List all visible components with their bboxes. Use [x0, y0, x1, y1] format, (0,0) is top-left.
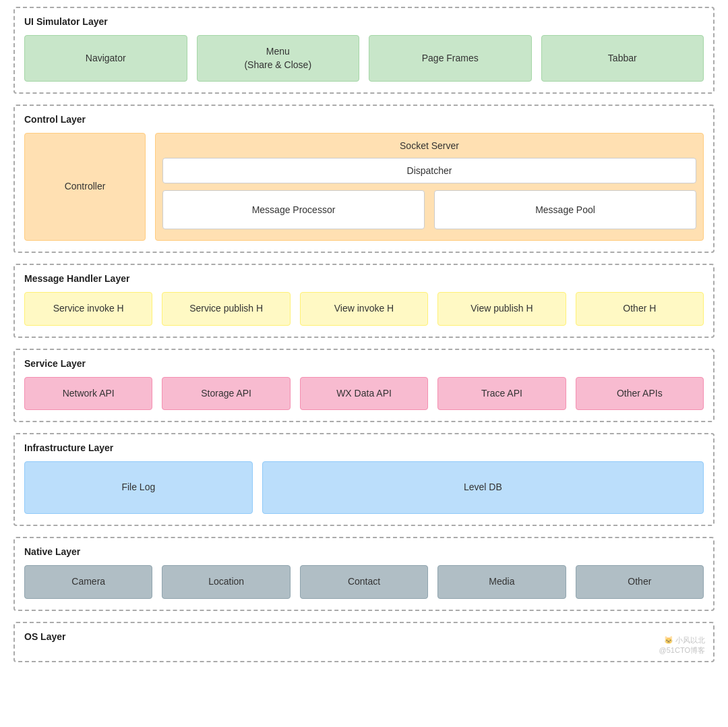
ui-simulator-cells: Navigator Menu(Share & Close) Page Frame… [24, 35, 704, 82]
service-layer: Service Layer Network API Storage API WX… [13, 349, 715, 423]
message-row: Message Processor Message Pool [162, 190, 696, 229]
trace-api-cell: Trace API [437, 377, 566, 411]
control-layer-title: Control Layer [24, 114, 704, 125]
view-publish-h-cell: View publish H [437, 292, 566, 326]
media-cell: Media [437, 565, 566, 599]
socket-server-title: Socket Server [162, 140, 696, 151]
storage-api-cell: Storage API [162, 377, 290, 411]
watermark-line1: 🐱 小风以北 [659, 635, 705, 645]
wx-data-api-cell: WX Data API [300, 377, 428, 411]
infrastructure-cells: File Log Level DB [24, 461, 704, 514]
message-pool-cell: Message Pool [434, 190, 696, 229]
ui-simulator-layer-title: UI Simulator Layer [24, 16, 704, 27]
native-cells: Camera Location Contact Media Other [24, 565, 704, 599]
message-handler-cells: Service invoke H Service publish H View … [24, 292, 704, 326]
control-inner: Controller Socket Server Dispatcher Mess… [24, 133, 704, 241]
other-apis-cell: Other APIs [576, 377, 704, 411]
socket-server-box: Socket Server Dispatcher Message Process… [155, 133, 704, 241]
os-layer-title: OS Layer [24, 631, 704, 642]
service-layer-title: Service Layer [24, 358, 704, 369]
ui-simulator-layer: UI Simulator Layer Navigator Menu(Share … [13, 7, 715, 94]
view-invoke-h-cell: View invoke H [300, 292, 428, 326]
watermark: 🐱 小风以北 @51CTO博客 [659, 635, 705, 656]
infrastructure-layer: Infrastructure Layer File Log Level DB [13, 433, 715, 526]
other-h-cell: Other H [576, 292, 704, 326]
menu-cell: Menu(Share & Close) [197, 35, 360, 82]
service-publish-h-cell: Service publish H [162, 292, 290, 326]
file-log-cell: File Log [24, 461, 253, 514]
location-cell: Location [162, 565, 290, 599]
page-frames-cell: Page Frames [369, 35, 532, 82]
navigator-cell: Navigator [24, 35, 187, 82]
native-layer-title: Native Layer [24, 546, 704, 557]
service-invoke-h-cell: Service invoke H [24, 292, 152, 326]
message-handler-layer: Message Handler Layer Service invoke H S… [13, 264, 715, 338]
dispatcher-cell: Dispatcher [162, 158, 696, 183]
os-layer: OS Layer 🐱 小风以北 @51CTO博客 [13, 622, 715, 662]
message-processor-cell: Message Processor [162, 190, 425, 229]
control-layer: Control Layer Controller Socket Server D… [13, 105, 715, 253]
network-api-cell: Network API [24, 377, 152, 411]
message-handler-layer-title: Message Handler Layer [24, 273, 704, 284]
camera-cell: Camera [24, 565, 152, 599]
infrastructure-layer-title: Infrastructure Layer [24, 442, 704, 453]
level-db-cell: Level DB [262, 461, 704, 514]
native-layer: Native Layer Camera Location Contact Med… [13, 537, 715, 611]
service-cells: Network API Storage API WX Data API Trac… [24, 377, 704, 411]
other-native-cell: Other [576, 565, 704, 599]
contact-cell: Contact [300, 565, 428, 599]
watermark-line2: @51CTO博客 [659, 645, 705, 656]
controller-cell: Controller [24, 133, 146, 241]
tabbar-cell: Tabbar [541, 35, 704, 82]
